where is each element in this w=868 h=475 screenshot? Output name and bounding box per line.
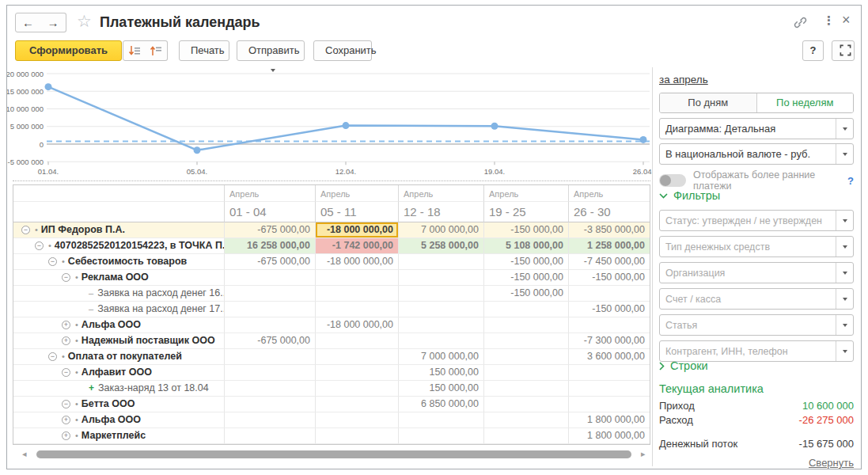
amount-cell[interactable] [399, 412, 484, 428]
expander-plus-icon[interactable]: + [62, 321, 70, 329]
table-row[interactable]: −•Себестоимость товаров-675 000,00-18 00… [13, 254, 650, 270]
save-button[interactable]: Сохранить [313, 40, 372, 61]
amount-cell[interactable] [399, 302, 484, 317]
table-row[interactable]: +•Маркетплейс1 800 000,00 [13, 428, 650, 444]
amount-cell[interactable]: -18 000 000,00 [316, 254, 399, 270]
generate-button[interactable]: Сформировать [15, 40, 122, 61]
filter-select[interactable]: Статья [659, 314, 854, 336]
nav-back-button[interactable]: ← [15, 13, 41, 32]
table-row[interactable]: −•Оплата от покупателей7 000 000,003 600… [13, 349, 650, 365]
amount-cell[interactable] [316, 381, 399, 397]
horizontal-scrollbar[interactable]: ◂ ▸ [13, 448, 650, 461]
balance-chart[interactable]: 20 000 00015 000 00010 000 0005 000 0000… [7, 69, 653, 181]
row-name-cell[interactable]: −•40702852520120154223, в ТОЧКА П... [13, 238, 225, 254]
amount-cell[interactable] [316, 270, 399, 286]
amount-cell[interactable] [399, 317, 484, 333]
rows-section-header[interactable]: Строки [659, 359, 854, 372]
amount-cell[interactable] [316, 397, 399, 412]
currency-select[interactable]: В национальной валюте - руб. [659, 143, 854, 165]
expander-minus-icon[interactable]: − [62, 368, 70, 377]
row-name-cell[interactable]: +•Альфа ООО [13, 317, 225, 333]
table-row[interactable]: −•Алфавит ООО150 000,00 [13, 365, 650, 381]
row-name-cell[interactable]: +Заказ-наряд 13 от 18.04 [13, 381, 225, 397]
amount-cell[interactable] [484, 412, 569, 428]
amount-cell[interactable]: -675 000,00 [225, 222, 316, 238]
amount-cell[interactable] [484, 302, 569, 317]
amount-cell[interactable] [225, 286, 316, 302]
row-name-cell[interactable]: −•Оплата от покупателей [13, 349, 225, 365]
expander-minus-icon[interactable]: − [62, 400, 70, 408]
get-link-icon[interactable] [793, 15, 808, 33]
amount-cell[interactable] [569, 397, 650, 412]
diagram-select[interactable]: Диаграмма: Детальная [659, 118, 854, 139]
tab-by-weeks[interactable]: По неделям [756, 93, 854, 112]
amount-cell[interactable] [316, 349, 399, 365]
fullscreen-button[interactable] [832, 40, 855, 61]
amount-cell[interactable]: 1 258 000,00 [569, 238, 650, 254]
amount-cell[interactable] [569, 317, 650, 333]
amount-cell[interactable] [316, 286, 399, 302]
close-icon[interactable]: × [842, 12, 851, 28]
amount-cell[interactable]: 5 108 000,00 [484, 238, 569, 254]
table-row[interactable]: +•Альфа ООО-18 000 000,00 [13, 317, 650, 333]
column-range-label[interactable]: 26 - 30 [569, 202, 650, 222]
expander-plus-icon[interactable]: + [62, 431, 70, 440]
amount-cell[interactable]: -150 000,00 [569, 270, 650, 286]
table-row[interactable]: −•ИП Федоров П.А.-675 000,00-18 000 000,… [13, 222, 650, 238]
amount-cell[interactable]: -150 000,00 [484, 270, 569, 286]
table-row[interactable]: +•Надежный поставщик ООО-675 000,00-7 30… [13, 333, 650, 349]
send-button[interactable]: Отправить [237, 40, 305, 61]
help-button[interactable]: ? [802, 40, 824, 61]
amount-cell[interactable] [399, 286, 484, 302]
row-name-cell[interactable]: +•Альфа ООО [13, 412, 225, 428]
amount-cell[interactable]: 16 258 000,00 [225, 238, 316, 254]
column-range-label[interactable]: 19 - 25 [484, 202, 569, 222]
row-name-cell[interactable]: –Заявка на расход денег 17... [13, 302, 225, 317]
amount-cell[interactable] [399, 254, 484, 270]
table-row[interactable]: −•40702852520120154223, в ТОЧКА П...16 2… [13, 238, 650, 254]
expand-groups-button[interactable] [123, 40, 146, 61]
scroll-left-icon[interactable]: ◂ [22, 449, 27, 459]
row-name-cell[interactable]: –Заявка на расход денег 16... [13, 286, 225, 302]
amount-cell[interactable] [225, 270, 316, 286]
filter-select[interactable]: Статус: утвержден / не утвержден [659, 210, 854, 231]
amount-cell[interactable]: 7 000 000,00 [399, 222, 484, 238]
help-link[interactable]: ? [847, 175, 854, 187]
tab-by-days[interactable]: По дням [660, 93, 756, 112]
expander-minus-icon[interactable]: − [48, 352, 57, 361]
amount-cell[interactable] [225, 349, 316, 365]
column-range-label[interactable]: 12 - 18 [399, 202, 484, 222]
amount-cell[interactable]: -18 000 000,00 [316, 317, 399, 333]
amount-cell[interactable] [316, 333, 399, 349]
earlier-payments-toggle[interactable] [659, 174, 686, 187]
expander-minus-icon[interactable]: − [21, 226, 30, 234]
amount-cell[interactable] [569, 365, 650, 381]
amount-cell[interactable]: -675 000,00 [225, 254, 316, 270]
favorite-star-icon[interactable]: ☆ [77, 12, 92, 31]
filter-select[interactable]: Счет / касса [659, 288, 854, 310]
amount-cell[interactable] [484, 397, 569, 412]
expander-plus-icon[interactable]: + [62, 416, 70, 424]
table-row[interactable]: –Заявка на расход денег 17...-150 000,00 [13, 302, 650, 317]
amount-cell[interactable] [225, 317, 316, 333]
scrollbar-thumb[interactable] [36, 450, 631, 458]
more-menu-icon[interactable]: ⋮ [823, 13, 835, 28]
amount-cell[interactable] [484, 381, 569, 397]
table-row[interactable]: −•Реклама ООО-150 000,00-150 000,00 [13, 270, 650, 286]
table-row[interactable]: −•Бетта ООО6 850 000,00 [13, 397, 650, 412]
amount-cell[interactable]: 1 800 000,00 [569, 412, 650, 428]
amount-cell[interactable] [225, 302, 316, 317]
scroll-right-icon[interactable]: ▸ [641, 449, 646, 459]
column-range-label[interactable]: 01 - 04 [225, 202, 316, 222]
row-name-cell[interactable]: −•Алфавит ООО [13, 365, 225, 381]
row-name-cell[interactable]: −•Реклама ООО [13, 270, 225, 286]
filters-section-header[interactable]: Фильтры [659, 189, 854, 202]
amount-cell[interactable] [225, 397, 316, 412]
amount-cell[interactable] [569, 286, 650, 302]
amount-cell[interactable] [316, 412, 399, 428]
period-link[interactable]: за апрель [659, 74, 708, 86]
amount-cell[interactable]: 6 850 000,00 [399, 397, 484, 412]
collapse-link[interactable]: Свернуть [809, 457, 854, 469]
row-name-cell[interactable]: −•Бетта ООО [13, 397, 225, 412]
amount-cell[interactable]: -150 000,00 [484, 286, 569, 302]
